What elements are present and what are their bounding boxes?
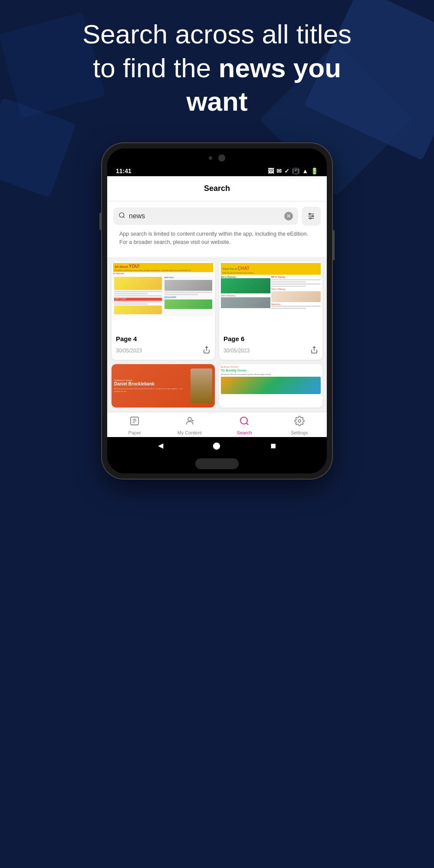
android-nav-bar: ◀ ⬤ ◼ (107, 437, 327, 454)
page4-info: Page 4 30/05/2023 (112, 331, 215, 360)
power-button (332, 230, 335, 260)
boldly-subtitle: A boat full of blooms, but would the gar… (221, 373, 321, 375)
nav-my-content-label: My Content (178, 430, 202, 435)
nav-search[interactable]: Search (231, 416, 257, 435)
vibrate-icon: 📳 (292, 168, 299, 174)
search-nav-icon (239, 416, 250, 429)
page4-image: All About YOU! The place to share your n… (112, 261, 215, 331)
svg-point-7 (310, 217, 311, 219)
svg-point-0 (119, 213, 124, 217)
nav-paper-label: Paper (128, 430, 141, 435)
page4-title: Page 4 (116, 335, 210, 342)
app-title: Search (204, 184, 230, 193)
search-clear-button[interactable]: ✕ (284, 212, 293, 220)
check-icon: ✓ (284, 168, 289, 174)
my-content-icon (184, 416, 195, 429)
bottom-navigation: Paper My Content (107, 412, 327, 437)
wifi-icon: ▲ (302, 168, 308, 174)
result-card-page6[interactable]: Time For A CHAT Catch up with all our la… (219, 261, 322, 360)
svg-point-14 (188, 418, 191, 421)
result-card-page4[interactable]: All About YOU! The place to share your n… (112, 261, 215, 360)
boldly-title: To Boldly Grow (221, 369, 321, 373)
svg-line-1 (123, 217, 125, 218)
phone-screen: 11:41 🖼 ✉ ✓ 📳 ▲ 🔋 Search (107, 148, 327, 473)
daniel-photo (191, 368, 212, 403)
camera-dot-small (209, 156, 212, 160)
hero-heading: Search across all titles to find the new… (26, 17, 408, 118)
app-screen: Search news ✕ (107, 176, 327, 454)
search-filter-button[interactable] (302, 207, 321, 226)
settings-icon (294, 416, 305, 429)
page4-share-button[interactable] (203, 346, 210, 355)
boldly-flower-image (221, 377, 321, 394)
page4-footer: 30/05/2023 (116, 346, 210, 355)
page6-info: Page 6 30/05/2023 (219, 331, 322, 360)
app-header: Search (107, 176, 327, 201)
svg-point-5 (309, 213, 310, 214)
search-input-wrap[interactable]: news ✕ (113, 207, 298, 225)
gmail-icon: ✉ (276, 168, 282, 174)
phone-mockup: 11:41 🖼 ✉ ✓ 📳 ▲ 🔋 Search (102, 143, 332, 479)
daniel-text: Getting to know... Daniel Brocklebank Be… (114, 379, 188, 392)
page4-date: 30/05/2023 (116, 348, 142, 354)
status-time: 11:41 (116, 168, 132, 174)
android-recents-button[interactable]: ◼ (270, 441, 276, 450)
svg-line-18 (247, 423, 248, 424)
svg-point-6 (312, 215, 313, 217)
daniel-name: Daniel Brocklebank (114, 381, 188, 386)
status-icons: 🖼 ✉ ✓ 📳 ▲ 🔋 (268, 168, 318, 174)
result-card-boldly[interactable]: My Weekly / FICTION To Boldly Grow A boa… (219, 364, 322, 408)
search-icon (118, 212, 125, 220)
notification-icon: 🖼 (268, 168, 274, 174)
boldly-category: My Weekly / FICTION (221, 366, 321, 368)
results-grid: All About YOU! The place to share your n… (107, 257, 327, 412)
search-input-text[interactable]: news (129, 212, 281, 220)
search-notice: App search is limited to content current… (113, 226, 321, 252)
search-row: news ✕ (113, 207, 321, 226)
nav-search-label: Search (237, 430, 252, 435)
page6-image: Time For A CHAT Catch up with all our la… (219, 261, 322, 331)
result-card-daniel[interactable]: Getting to know... Daniel Brocklebank Be… (112, 364, 215, 408)
android-back-button[interactable]: ◀ (158, 441, 163, 450)
battery-icon: 🔋 (311, 168, 318, 174)
volume-button (99, 213, 102, 230)
camera-lens (218, 155, 225, 161)
nav-my-content[interactable]: My Content (177, 416, 203, 435)
page6-share-button[interactable] (310, 346, 318, 355)
hero-section: Search across all titles to find the new… (0, 17, 434, 118)
nav-settings-label: Settings (291, 430, 308, 435)
android-home-button[interactable]: ⬤ (213, 441, 220, 450)
search-area[interactable]: news ✕ (107, 201, 327, 257)
page6-date: 30/05/2023 (224, 348, 250, 354)
page6-title: Page 6 (224, 335, 318, 342)
nav-paper[interactable]: Paper (122, 416, 148, 435)
nav-settings[interactable]: Settings (286, 416, 312, 435)
phone-outer-shell: 11:41 🖼 ✉ ✓ 📳 ▲ 🔋 Search (102, 143, 332, 479)
svg-point-17 (240, 417, 247, 424)
phone-home-pill[interactable] (195, 458, 239, 469)
paper-icon (129, 416, 140, 429)
daniel-image: Getting to know... Daniel Brocklebank Be… (112, 364, 215, 408)
svg-point-19 (298, 420, 301, 422)
status-bar: 11:41 🖼 ✉ ✓ 📳 ▲ 🔋 (107, 164, 327, 176)
boldly-image: My Weekly / FICTION To Boldly Grow A boa… (219, 364, 322, 408)
page6-footer: 30/05/2023 (224, 346, 318, 355)
